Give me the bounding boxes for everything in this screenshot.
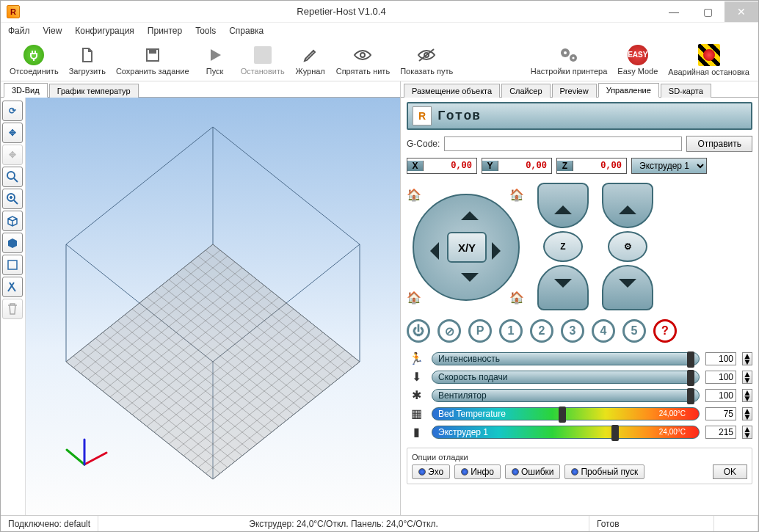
park-button[interactable]: P	[468, 319, 492, 343]
jog-xy-label: X/Y	[447, 232, 487, 263]
save-button[interactable]: Сохранить задание	[112, 40, 194, 81]
tab-3d-view[interactable]: 3D-Вид	[4, 83, 48, 98]
jog-y-plus[interactable]	[461, 203, 479, 220]
tab-placement[interactable]: Размещение объекта	[404, 84, 500, 98]
preset-5-button[interactable]: 5	[622, 319, 646, 343]
3d-canvas[interactable]	[26, 98, 400, 515]
help-button[interactable]: ?	[653, 319, 677, 343]
emergency-stop-button[interactable]: Аварийная остановка	[664, 40, 754, 81]
speed-slider[interactable]: Интенсивность	[432, 352, 700, 365]
tab-temp-graph[interactable]: График температур	[49, 84, 139, 98]
view-top-button[interactable]	[2, 255, 23, 275]
fan-value[interactable]	[705, 389, 736, 402]
menu-config[interactable]: Конфигурация	[75, 26, 134, 36]
fan-spinner[interactable]: ▲▼	[742, 389, 752, 402]
jog-z-minus[interactable]	[537, 265, 589, 310]
svg-point-8	[7, 172, 15, 179]
extruder-temp-reading: 24,00°C	[659, 428, 686, 436]
menu-view[interactable]: View	[43, 26, 62, 36]
log-label: Журнал	[296, 67, 325, 76]
debug-echo-toggle[interactable]: Эхо	[412, 464, 450, 479]
debug-ok-button[interactable]: OK	[713, 464, 747, 479]
maximize-button[interactable]: ▢	[691, 1, 724, 22]
home-x-icon[interactable]: 🏠	[407, 188, 421, 203]
run-button[interactable]: Пуск	[195, 40, 235, 81]
bed-temp-slider[interactable]: Bed Temperature24,00°C	[432, 407, 700, 420]
show-label: Показать путь	[400, 67, 453, 76]
minimize-button[interactable]: ―	[657, 1, 691, 22]
easy-mode-button[interactable]: EASY Easy Mode	[613, 40, 662, 81]
coord-x-value: 0,00	[424, 161, 476, 171]
connect-button[interactable]: Отсоединить	[5, 40, 63, 81]
menu-file[interactable]: Файл	[8, 26, 30, 36]
status-temps: Экструдер: 24,0°C/Откл. Панель: 24,0°C/О…	[98, 516, 589, 531]
printer-settings-button[interactable]: Настройки принтера	[526, 40, 612, 81]
menu-printer[interactable]: Принтер	[148, 26, 182, 36]
feedrate-spinner[interactable]: ▲▼	[742, 371, 752, 384]
home-y-icon[interactable]: 🏠	[509, 188, 524, 203]
extrude-button[interactable]	[602, 183, 653, 228]
tab-preview[interactable]: Preview	[552, 84, 597, 98]
jog-x-plus[interactable]	[492, 242, 509, 260]
stop-button[interactable]: Остановить	[236, 40, 289, 81]
motors-off-button[interactable]: ⊘	[437, 319, 461, 343]
bed-spinner[interactable]: ▲▼	[742, 407, 752, 420]
preset-2-button[interactable]: 2	[530, 319, 553, 343]
coord-z: Z0,00	[556, 158, 627, 174]
show-button[interactable]: Показать путь	[396, 40, 457, 81]
view-front-button[interactable]	[2, 233, 23, 253]
printer-status: R Готов	[407, 102, 752, 130]
delete-button[interactable]	[2, 299, 23, 319]
home-all-icon[interactable]: 🏠	[407, 291, 421, 305]
view-iso-button[interactable]	[2, 211, 23, 231]
preset-3-button[interactable]: 3	[561, 319, 584, 343]
home-z-icon[interactable]: 🏠	[509, 291, 524, 305]
extruder-temp-slider[interactable]: Экструдер 124,00°C	[432, 426, 700, 439]
move-object-button[interactable]: ✥	[2, 145, 23, 165]
feedrate-value[interactable]	[705, 371, 736, 384]
bed-temp-value[interactable]	[705, 407, 736, 420]
coord-z-value: 0,00	[573, 161, 626, 171]
coord-x: X0,00	[407, 158, 477, 174]
debug-info-toggle[interactable]: Инфо	[454, 464, 501, 479]
zoom-button[interactable]	[2, 167, 23, 187]
zoom-fit-button[interactable]	[2, 189, 23, 209]
jog-x-minus[interactable]	[421, 242, 439, 260]
log-button[interactable]: Журнал	[291, 40, 330, 81]
tab-sd[interactable]: SD-карта	[661, 84, 711, 98]
preset-1-button[interactable]: 1	[499, 319, 523, 343]
pencil-icon	[300, 45, 321, 65]
extruder-select[interactable]: Экструдер 1	[631, 158, 707, 174]
statusbar: Подключено: default Экструдер: 24,0°C/От…	[1, 515, 758, 531]
ext-spinner[interactable]: ▲▼	[742, 426, 752, 439]
menu-help[interactable]: Справка	[229, 26, 264, 36]
menu-tools[interactable]: Tools	[195, 26, 216, 36]
save-label: Сохранить задание	[116, 67, 189, 76]
retract-button[interactable]	[602, 265, 653, 310]
close-button[interactable]: ✕	[724, 1, 758, 22]
parallel-button[interactable]	[2, 277, 23, 297]
emergency-icon	[698, 44, 720, 66]
move-view-button[interactable]: ✥	[2, 123, 23, 143]
preset-4-button[interactable]: 4	[592, 319, 615, 343]
gcode-input[interactable]	[444, 136, 682, 151]
load-button[interactable]: Загрузить	[65, 40, 110, 81]
debug-dryrun-toggle[interactable]: Пробный пуск	[564, 464, 644, 479]
rotate-view-button[interactable]: ⟳	[2, 101, 23, 121]
feedrate-slider[interactable]: Скорость подачи	[432, 371, 700, 384]
tab-control[interactable]: Управление	[598, 83, 659, 98]
tab-slicer[interactable]: Слайсер	[501, 84, 550, 98]
jog-z-plus[interactable]	[537, 183, 589, 228]
hide-label: Спрятать нить	[336, 67, 390, 76]
speed-value[interactable]	[705, 352, 736, 365]
jog-y-minus[interactable]	[461, 273, 479, 291]
hide-button[interactable]: Спрятать нить	[332, 40, 394, 81]
fan-icon: ✱	[407, 388, 426, 402]
extruder-temp-value[interactable]	[705, 426, 736, 439]
power-button[interactable]: ⏻	[407, 319, 430, 343]
debug-errors-toggle[interactable]: Ошибки	[505, 464, 561, 479]
gcode-send-button[interactable]: Отправить	[686, 136, 752, 152]
debug-title: Опции отладки	[412, 453, 747, 462]
speed-spinner[interactable]: ▲▼	[742, 352, 752, 365]
fan-slider[interactable]: Вентилятор	[432, 389, 700, 402]
